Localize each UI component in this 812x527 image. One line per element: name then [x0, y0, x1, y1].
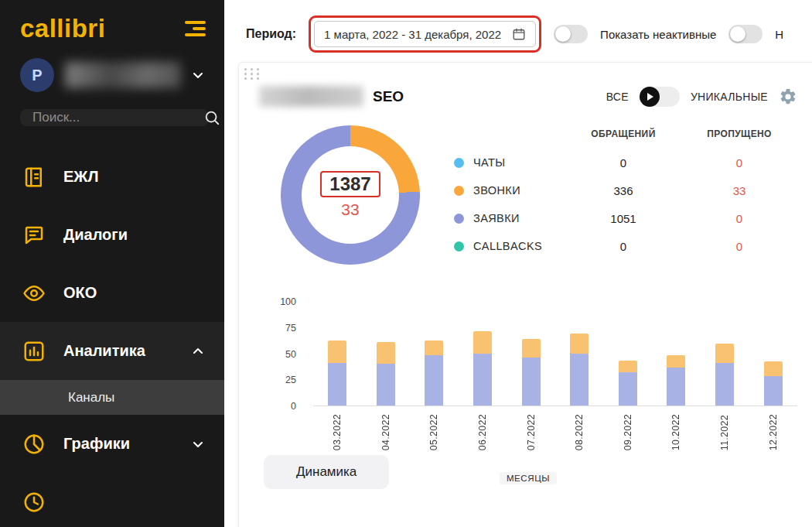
legend-header: ОБРАЩЕНИЙ ПРОПУЩЕНО — [454, 128, 797, 139]
bar-12.2022[interactable] — [749, 302, 797, 406]
sidebar-item-channels[interactable]: Каналы — [0, 380, 224, 415]
bar-segment-ЗВОНКИ — [328, 340, 346, 362]
y-axis-tick: 50 — [285, 349, 296, 360]
total-annotation: 1387 — [320, 171, 380, 197]
missed-value: 0 — [681, 156, 797, 169]
chevron-down-icon — [192, 69, 204, 81]
sidebar-item-label: Диалоги — [63, 226, 128, 244]
donut-chart: 1387 33 — [281, 125, 420, 265]
clipped-label: Н — [775, 28, 783, 41]
donut-center: 1387 33 — [281, 125, 420, 265]
bar-11.2022[interactable] — [701, 302, 749, 406]
avatar: P — [20, 58, 54, 92]
x-axis-title: МЕСЯЦЫ — [500, 472, 557, 484]
main-content: Период: 1 марта, 2022 - 31 декабря, 2022… — [224, 0, 812, 527]
x-axis-label: 07.2022 — [526, 414, 537, 450]
account-switcher[interactable]: P — [0, 46, 224, 101]
bar-05.2022[interactable] — [410, 302, 459, 406]
toggle-knob — [730, 26, 745, 42]
y-axis: 0255075100 — [259, 302, 304, 406]
widget-footer: Динамика МЕСЯЦЫ — [259, 453, 797, 495]
sidebar-item-dialogs[interactable]: Диалоги — [0, 206, 224, 264]
sidebar-item-ezhl[interactable]: ЕЖЛ — [0, 148, 224, 206]
annotation-highlight: 1 марта, 2022 - 31 декабря, 2022 — [309, 15, 541, 53]
bar-segment-ЗВОНКИ — [715, 344, 734, 362]
x-axis-label: 06.2022 — [477, 414, 488, 450]
sidebar-item-partial[interactable] — [0, 473, 224, 527]
toggle-knob — [555, 26, 571, 42]
mode-switch: ВСЕ УНИКАЛЬНЫЕ — [606, 87, 797, 107]
x-axis-label: 11.2022 — [719, 414, 730, 450]
filter-toggle[interactable] — [554, 25, 588, 43]
channel-name-redacted — [259, 86, 363, 107]
unique-toggle[interactable] — [640, 87, 680, 107]
period-date-range-input[interactable]: 1 марта, 2022 - 31 декабря, 2022 — [314, 21, 536, 47]
sidebar-item-charts[interactable]: Графики — [0, 415, 224, 473]
menu-icon[interactable] — [185, 21, 206, 39]
x-axis-label: 03.2022 — [332, 414, 343, 450]
bar-segment-ЗАЯВКИ — [377, 364, 395, 406]
show-inactive-toggle[interactable] — [728, 25, 763, 43]
stats-row: 1387 33 ОБРАЩЕНИЙ ПРОПУЩЕНО ЧАТЫ00ЗВОНКИ… — [259, 125, 797, 265]
toggle-knob — [640, 87, 660, 107]
mode-all-label: ВСЕ — [606, 91, 629, 103]
gear-icon[interactable] — [779, 87, 797, 106]
bar-chart: 0255075100 03.202204.202205.202206.20220… — [259, 302, 797, 450]
sidebar-item-label: Аналитика — [63, 342, 145, 360]
legend-label: ЧАТЫ — [473, 156, 506, 169]
legend-label: ЗВОНКИ — [473, 184, 520, 197]
bar-segment-ЗАЯВКИ — [425, 355, 443, 406]
bar-10.2022[interactable] — [652, 302, 701, 406]
bar-segment-ЗАЯВКИ — [473, 354, 492, 406]
legend-row: ЧАТЫ00 — [454, 149, 797, 176]
bar-06.2022[interactable] — [459, 302, 507, 406]
bar-04.2022[interactable] — [362, 302, 411, 406]
play-icon — [647, 93, 653, 101]
tab-dynamics[interactable]: Динамика — [264, 455, 389, 489]
search-icon[interactable] — [203, 109, 220, 126]
bar-segment-ЗВОНКИ — [764, 361, 783, 376]
x-axis-label: 08.2022 — [574, 414, 585, 450]
search-input[interactable] — [32, 110, 203, 125]
bar-segment-ЗВОНКИ — [522, 339, 541, 358]
column-requests: ОБРАЩЕНИЙ — [565, 128, 681, 139]
requests-value: 1051 — [565, 212, 681, 225]
search-box[interactable] — [20, 109, 209, 126]
legend-table: ОБРАЩЕНИЙ ПРОПУЩЕНО ЧАТЫ00ЗВОНКИ33633ЗАЯ… — [454, 128, 797, 265]
sidebar-item-analytics[interactable]: Аналитика — [0, 322, 224, 380]
drag-handle-icon[interactable] — [244, 68, 261, 80]
sidebar-item-oko[interactable]: ОКО — [0, 264, 224, 322]
bar-08.2022[interactable] — [555, 302, 604, 406]
bar-segment-ЗАЯВКИ — [619, 372, 637, 406]
missed-value: 33 — [681, 184, 797, 197]
bar-segment-ЗАЯВКИ — [667, 368, 685, 406]
user-name-redacted — [65, 62, 181, 88]
bar-09.2022[interactable] — [604, 302, 653, 406]
legend-row: ЗАЯВКИ10510 — [454, 204, 797, 232]
y-axis-tick: 75 — [285, 323, 296, 334]
legend-dot-icon — [454, 158, 464, 168]
bar-07.2022[interactable] — [507, 302, 555, 406]
chevron-down-icon — [192, 438, 204, 450]
mode-unique-label: УНИКАЛЬНЫЕ — [691, 91, 768, 103]
legend-row: ЗВОНКИ33633 — [454, 176, 797, 204]
sidebar-item-label: ЕЖЛ — [63, 168, 98, 186]
legend-dot-icon — [454, 186, 464, 196]
bar-03.2022[interactable] — [313, 302, 362, 406]
legend-dot-icon — [454, 214, 464, 224]
column-missed: ПРОПУЩЕНО — [681, 128, 797, 139]
bar-segment-ЗАЯВКИ — [570, 354, 589, 406]
bar-segment-ЗВОНКИ — [425, 340, 443, 355]
widget-header: SEO ВСЕ УНИКАЛЬНЫЕ — [259, 86, 797, 107]
report-icon — [20, 491, 48, 514]
widget-title: SEO — [373, 88, 404, 105]
period-label: Период: — [246, 27, 296, 41]
bar-segment-ЗВОНКИ — [667, 355, 685, 368]
calendar-icon[interactable] — [512, 27, 526, 41]
x-axis-label: 10.2022 — [670, 414, 681, 450]
bar-segment-ЗВОНКИ — [619, 361, 637, 372]
chat-icon — [20, 224, 48, 247]
x-axis-labels: 03.202204.202205.202206.202207.202208.20… — [313, 414, 797, 450]
callibri-logo[interactable]: callibri — [20, 15, 105, 41]
y-axis-tick: 0 — [291, 401, 296, 412]
